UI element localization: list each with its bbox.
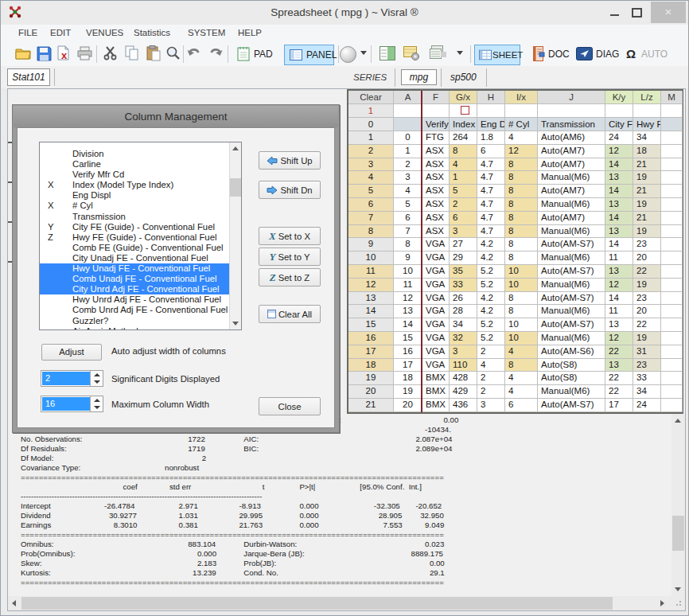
grid-cell[interactable] [661,198,683,212]
menu-edit[interactable]: EDIT [50,28,71,37]
grid-cell[interactable]: FTG [422,131,450,145]
grid-cell[interactable]: 10 [394,265,422,279]
grid-cell[interactable]: 8 [505,158,538,172]
grid-cell[interactable]: 14 [394,318,422,332]
grid-cell[interactable]: Auto(AM7) [538,158,605,172]
grid-cell[interactable]: ASX [422,212,450,225]
grid-cell[interactable] [661,345,683,359]
grid-cell[interactable]: 12 [605,145,633,158]
sig-digits-spinner[interactable]: 2 [41,370,103,387]
grid-cell[interactable]: 18 [633,145,661,158]
grid-cell[interactable]: Manual(M6) [538,198,605,212]
grid-cell[interactable]: 13 [605,318,633,332]
grid-cell[interactable]: 8 [505,305,538,318]
undo-icon[interactable] [186,46,202,63]
grid-cell[interactable]: 24 [605,131,633,145]
open-icon[interactable] [15,46,31,64]
grid-cell[interactable]: 13 [348,292,394,306]
grid-cell[interactable]: 4 [505,131,538,145]
grid-cell[interactable]: Auto(AM6) [538,131,605,145]
grid-cell[interactable] [633,104,661,118]
grid-cell[interactable]: 4.2 [477,305,505,318]
grid-cell[interactable]: VGA [422,279,450,292]
search-icon[interactable] [165,45,181,64]
grid-header-G/x[interactable]: G/x [450,91,477,104]
grid-cell[interactable]: 23 [633,238,661,251]
grid-cell[interactable]: 13 [605,265,633,279]
grid-cell[interactable]: Verify Mfr Cd [422,118,450,131]
grid-cell[interactable]: VGA [422,292,450,306]
grid-cell[interactable]: 1.8 [477,131,505,145]
grid-cell[interactable]: 264 [450,131,477,145]
grid-cell[interactable]: 8 [505,359,538,372]
column-list-item[interactable]: Hwy Unrd Adj FE - Conventional Fuel [40,294,229,305]
grid-cell[interactable]: 21 [633,158,661,172]
grid-cell[interactable] [661,305,683,318]
max-width-spin-buttons[interactable] [90,396,103,411]
grid-cell[interactable] [661,238,683,251]
grid-cell[interactable]: Auto(AM-S7) [538,399,605,412]
grid-cell[interactable]: 13 [394,305,422,318]
grid-cell[interactable] [661,385,683,399]
menu-system[interactable]: SYSTEM [188,28,225,37]
grid-cell[interactable]: Manual(M6) [538,171,605,185]
grid-cell[interactable]: Manual(M6) [538,332,605,345]
grid-cell[interactable] [661,185,683,198]
grid-cell[interactable]: 1 [450,171,477,185]
grid-cell[interactable]: 7 [394,225,422,239]
grid-cell[interactable]: 2 [394,158,422,172]
grid-cell[interactable]: 22 [605,372,633,385]
grid-cell[interactable]: Auto(AM7) [538,212,605,225]
grid-cell[interactable]: 16 [394,345,422,359]
grid-cell[interactable]: 8 [348,225,394,239]
grid-cell[interactable]: 22 [605,345,633,359]
tab-stat101[interactable]: Stat101 [7,68,50,86]
grid-cell[interactable] [661,225,683,239]
grid-cell[interactable]: 6 [348,198,394,212]
grid-cell[interactable] [661,359,683,372]
column-list-item[interactable]: Verify Mfr Cd [40,170,229,180]
grid-cell[interactable]: 5.2 [477,279,505,292]
doc-label[interactable]: DOC [548,49,570,60]
grid-header-L/z[interactable]: L/z [633,91,661,104]
grid-cell[interactable]: 8 [505,225,538,239]
grid-cell[interactable]: Auto(AM-S7) [538,292,605,306]
grid-cell[interactable]: 12 [605,279,633,292]
grid-cell[interactable] [661,251,683,265]
grid-cell[interactable]: 4.2 [477,238,505,251]
column-list-item[interactable]: XIndex (Model Type Index) [40,180,229,190]
column-list-item[interactable]: YCity FE (Guide) - Conventional Fuel [40,222,229,232]
grid-cell[interactable]: Manual(M6) [538,251,605,265]
maximize-button[interactable] [632,8,642,18]
grid-cell[interactable]: 4.7 [477,212,505,225]
grid-cell[interactable] [661,332,683,345]
grid-cell[interactable]: ASX [422,171,450,185]
grid-cell[interactable]: 20 [633,305,661,318]
grid-cell[interactable]: Auto(AM-S7) [538,238,605,251]
vertical-scrollbar[interactable] [671,414,685,596]
column-list-item[interactable]: City Unadj FE - Conventional Fuel [40,253,229,263]
grid-cell[interactable]: BMX [422,372,450,385]
menu-file[interactable]: FILE [18,28,37,37]
grid-cell[interactable] [661,171,683,185]
grid-cell[interactable]: 6 [450,212,477,225]
grid-cell[interactable]: 27 [450,238,477,251]
grid-cell[interactable]: 22 [633,318,661,332]
grid-cell[interactable]: BMX [422,385,450,399]
max-width-spinner[interactable]: 16 [41,396,103,412]
grid-cell[interactable]: 2 [348,145,394,158]
column-list-item[interactable]: Comb FE (Guide) - Conventional Fuel [40,243,229,253]
grid-cell[interactable]: 8 [450,145,477,158]
grid-cell[interactable]: ASX [422,198,450,212]
grid-cell[interactable]: VGA [422,345,450,359]
close-dialog-button[interactable]: Close [259,397,321,415]
grid-cell[interactable]: ASX [422,158,450,172]
grid-cell[interactable]: 0 [348,118,394,131]
grid-cell[interactable]: 17 [348,345,394,359]
grid-cell[interactable] [394,104,422,118]
grid-cell[interactable]: 3 [477,399,505,412]
grid-cell[interactable]: 8 [505,251,538,265]
grid-cell[interactable] [661,212,683,225]
grid-cell[interactable]: 8 [394,238,422,251]
grid-cell[interactable]: 33 [450,279,477,292]
